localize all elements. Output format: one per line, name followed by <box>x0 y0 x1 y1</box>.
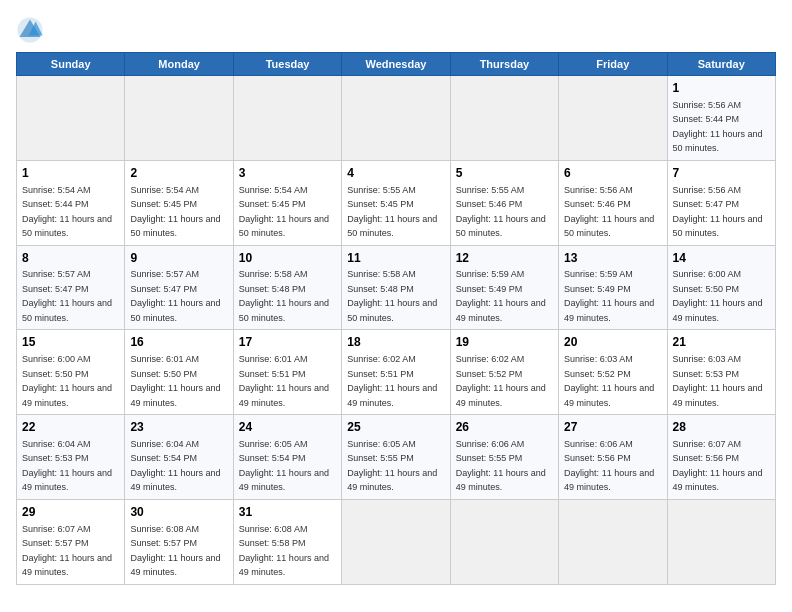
day-info: Sunrise: 6:02 AMSunset: 5:51 PMDaylight:… <box>347 354 437 408</box>
week-row-3: 15 Sunrise: 6:00 AMSunset: 5:50 PMDaylig… <box>17 330 776 415</box>
day-cell: 25 Sunrise: 6:05 AMSunset: 5:55 PMDaylig… <box>342 415 450 500</box>
day-number: 9 <box>130 250 227 267</box>
day-number: 4 <box>347 165 444 182</box>
header-cell-tuesday: Tuesday <box>233 53 341 76</box>
day-cell: 15 Sunrise: 6:00 AMSunset: 5:50 PMDaylig… <box>17 330 125 415</box>
day-number: 6 <box>564 165 661 182</box>
day-cell: 13 Sunrise: 5:59 AMSunset: 5:49 PMDaylig… <box>559 245 667 330</box>
day-cell <box>233 76 341 161</box>
day-info: Sunrise: 6:08 AMSunset: 5:58 PMDaylight:… <box>239 524 329 578</box>
day-number: 2 <box>130 165 227 182</box>
day-cell: 1 Sunrise: 5:56 AMSunset: 5:44 PMDayligh… <box>667 76 775 161</box>
day-info: Sunrise: 5:59 AMSunset: 5:49 PMDaylight:… <box>456 269 546 323</box>
day-number: 15 <box>22 334 119 351</box>
logo <box>16 16 48 44</box>
day-info: Sunrise: 6:06 AMSunset: 5:55 PMDaylight:… <box>456 439 546 493</box>
day-cell <box>667 499 775 584</box>
day-info: Sunrise: 5:57 AMSunset: 5:47 PMDaylight:… <box>130 269 220 323</box>
day-number: 18 <box>347 334 444 351</box>
day-info: Sunrise: 5:55 AMSunset: 5:46 PMDaylight:… <box>456 185 546 239</box>
day-info: Sunrise: 5:58 AMSunset: 5:48 PMDaylight:… <box>239 269 329 323</box>
day-number: 19 <box>456 334 553 351</box>
header-cell-thursday: Thursday <box>450 53 558 76</box>
day-cell: 23 Sunrise: 6:04 AMSunset: 5:54 PMDaylig… <box>125 415 233 500</box>
day-info: Sunrise: 6:06 AMSunset: 5:56 PMDaylight:… <box>564 439 654 493</box>
day-cell: 8 Sunrise: 5:57 AMSunset: 5:47 PMDayligh… <box>17 245 125 330</box>
day-cell: 26 Sunrise: 6:06 AMSunset: 5:55 PMDaylig… <box>450 415 558 500</box>
day-cell: 19 Sunrise: 6:02 AMSunset: 5:52 PMDaylig… <box>450 330 558 415</box>
day-cell: 24 Sunrise: 6:05 AMSunset: 5:54 PMDaylig… <box>233 415 341 500</box>
day-cell: 31 Sunrise: 6:08 AMSunset: 5:58 PMDaylig… <box>233 499 341 584</box>
day-number: 21 <box>673 334 770 351</box>
day-number: 12 <box>456 250 553 267</box>
header <box>16 16 776 44</box>
week-row-1: 1 Sunrise: 5:54 AMSunset: 5:44 PMDayligh… <box>17 160 776 245</box>
day-cell: 20 Sunrise: 6:03 AMSunset: 5:52 PMDaylig… <box>559 330 667 415</box>
day-cell <box>559 76 667 161</box>
day-info: Sunrise: 6:07 AMSunset: 5:57 PMDaylight:… <box>22 524 112 578</box>
header-cell-saturday: Saturday <box>667 53 775 76</box>
day-number: 16 <box>130 334 227 351</box>
day-cell <box>450 499 558 584</box>
day-number: 31 <box>239 504 336 521</box>
day-info: Sunrise: 6:00 AMSunset: 5:50 PMDaylight:… <box>673 269 763 323</box>
day-info: Sunrise: 6:07 AMSunset: 5:56 PMDaylight:… <box>673 439 763 493</box>
header-cell-monday: Monday <box>125 53 233 76</box>
day-cell <box>342 76 450 161</box>
day-cell: 1 Sunrise: 5:54 AMSunset: 5:44 PMDayligh… <box>17 160 125 245</box>
day-number: 28 <box>673 419 770 436</box>
week-row-4: 22 Sunrise: 6:04 AMSunset: 5:53 PMDaylig… <box>17 415 776 500</box>
page-container: SundayMondayTuesdayWednesdayThursdayFrid… <box>16 16 776 585</box>
day-info: Sunrise: 6:03 AMSunset: 5:53 PMDaylight:… <box>673 354 763 408</box>
day-cell: 7 Sunrise: 5:56 AMSunset: 5:47 PMDayligh… <box>667 160 775 245</box>
day-cell <box>125 76 233 161</box>
day-cell: 3 Sunrise: 5:54 AMSunset: 5:45 PMDayligh… <box>233 160 341 245</box>
day-number: 7 <box>673 165 770 182</box>
day-number: 14 <box>673 250 770 267</box>
day-info: Sunrise: 6:00 AMSunset: 5:50 PMDaylight:… <box>22 354 112 408</box>
day-cell: 9 Sunrise: 5:57 AMSunset: 5:47 PMDayligh… <box>125 245 233 330</box>
day-number: 30 <box>130 504 227 521</box>
day-number: 26 <box>456 419 553 436</box>
day-number: 25 <box>347 419 444 436</box>
day-number: 10 <box>239 250 336 267</box>
day-number: 5 <box>456 165 553 182</box>
day-info: Sunrise: 6:05 AMSunset: 5:55 PMDaylight:… <box>347 439 437 493</box>
week-row-5: 29 Sunrise: 6:07 AMSunset: 5:57 PMDaylig… <box>17 499 776 584</box>
day-info: Sunrise: 6:01 AMSunset: 5:50 PMDaylight:… <box>130 354 220 408</box>
day-cell: 10 Sunrise: 5:58 AMSunset: 5:48 PMDaylig… <box>233 245 341 330</box>
day-info: Sunrise: 5:56 AMSunset: 5:47 PMDaylight:… <box>673 185 763 239</box>
day-cell: 17 Sunrise: 6:01 AMSunset: 5:51 PMDaylig… <box>233 330 341 415</box>
day-info: Sunrise: 6:01 AMSunset: 5:51 PMDaylight:… <box>239 354 329 408</box>
day-number: 24 <box>239 419 336 436</box>
day-number: 11 <box>347 250 444 267</box>
day-cell: 21 Sunrise: 6:03 AMSunset: 5:53 PMDaylig… <box>667 330 775 415</box>
day-cell: 30 Sunrise: 6:08 AMSunset: 5:57 PMDaylig… <box>125 499 233 584</box>
day-info: Sunrise: 5:57 AMSunset: 5:47 PMDaylight:… <box>22 269 112 323</box>
day-info: Sunrise: 5:58 AMSunset: 5:48 PMDaylight:… <box>347 269 437 323</box>
day-info: Sunrise: 6:02 AMSunset: 5:52 PMDaylight:… <box>456 354 546 408</box>
day-cell: 11 Sunrise: 5:58 AMSunset: 5:48 PMDaylig… <box>342 245 450 330</box>
day-info: Sunrise: 5:54 AMSunset: 5:44 PMDaylight:… <box>22 185 112 239</box>
day-cell: 22 Sunrise: 6:04 AMSunset: 5:53 PMDaylig… <box>17 415 125 500</box>
day-number: 22 <box>22 419 119 436</box>
day-number: 1 <box>22 165 119 182</box>
day-number: 27 <box>564 419 661 436</box>
day-cell: 5 Sunrise: 5:55 AMSunset: 5:46 PMDayligh… <box>450 160 558 245</box>
day-cell <box>559 499 667 584</box>
day-info: Sunrise: 5:55 AMSunset: 5:45 PMDaylight:… <box>347 185 437 239</box>
day-cell: 6 Sunrise: 5:56 AMSunset: 5:46 PMDayligh… <box>559 160 667 245</box>
day-number: 23 <box>130 419 227 436</box>
day-cell <box>342 499 450 584</box>
week-row-2: 8 Sunrise: 5:57 AMSunset: 5:47 PMDayligh… <box>17 245 776 330</box>
day-number: 29 <box>22 504 119 521</box>
day-info: Sunrise: 6:05 AMSunset: 5:54 PMDaylight:… <box>239 439 329 493</box>
day-info: Sunrise: 6:04 AMSunset: 5:53 PMDaylight:… <box>22 439 112 493</box>
week-row-0: 1 Sunrise: 5:56 AMSunset: 5:44 PMDayligh… <box>17 76 776 161</box>
day-info: Sunrise: 6:03 AMSunset: 5:52 PMDaylight:… <box>564 354 654 408</box>
day-number: 8 <box>22 250 119 267</box>
day-cell <box>17 76 125 161</box>
day-number: 17 <box>239 334 336 351</box>
day-cell: 29 Sunrise: 6:07 AMSunset: 5:57 PMDaylig… <box>17 499 125 584</box>
day-number: 1 <box>673 80 770 97</box>
